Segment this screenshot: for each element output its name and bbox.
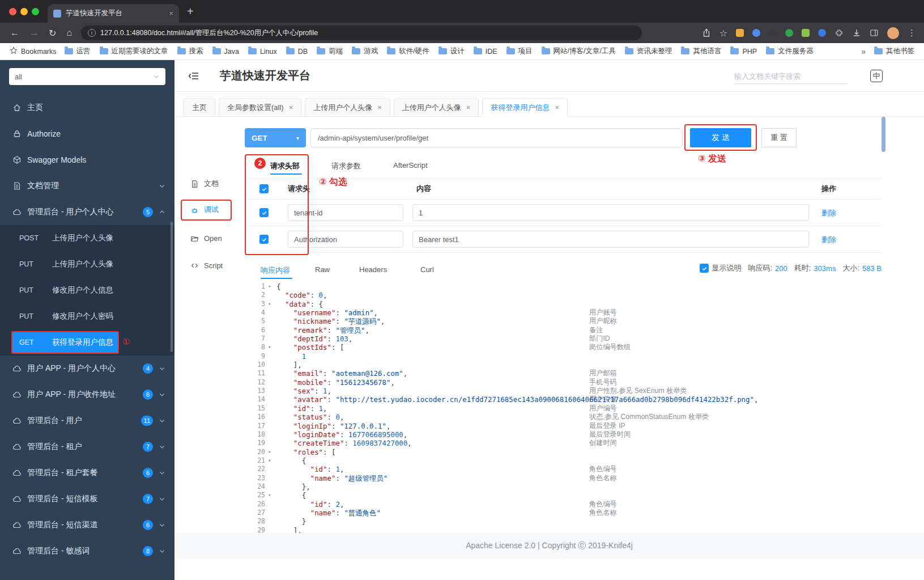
sidebar-scrollbar[interactable] <box>171 222 173 352</box>
fold-icon[interactable]: ▾ <box>268 491 271 499</box>
send-button[interactable]: 发 送 <box>690 128 751 147</box>
bookmark-folder[interactable]: Java <box>208 46 243 57</box>
bookmark-folder[interactable]: IDE <box>470 46 501 57</box>
doc-tab[interactable]: 获得登录用户信息× <box>482 98 568 117</box>
bookmark-folder[interactable]: 软件/硬件 <box>383 45 433 58</box>
sidebar-item[interactable]: Authorize <box>0 121 174 147</box>
doc-tab[interactable]: 主页 <box>184 98 215 117</box>
rail-tab-文档[interactable]: 文档 <box>190 177 219 190</box>
page-scrollbar-thumb[interactable] <box>882 117 885 152</box>
extension-icon[interactable] <box>802 29 810 37</box>
bookmark-folder[interactable]: 其他语言 <box>677 45 725 58</box>
extensions-puzzle-icon[interactable] <box>834 28 844 37</box>
other-bookmarks-folder[interactable]: 其他书签 <box>870 45 918 58</box>
http-method-select[interactable]: GET ▾ <box>245 128 306 147</box>
doc-tab[interactable]: 全局参数设置(all)× <box>219 98 301 117</box>
bookmarks-manager-item[interactable]: Bookmarks <box>6 45 61 58</box>
close-tab-icon[interactable]: × <box>466 103 471 112</box>
header-value-input[interactable] <box>412 204 809 221</box>
bookmark-folder[interactable]: Linux <box>244 46 281 57</box>
sidebar-item[interactable]: 主页 <box>0 95 174 121</box>
endpoint-item-put[interactable]: PUT修改用户个人密码 <box>0 303 174 329</box>
close-tab-icon[interactable]: × <box>377 103 382 112</box>
sidebar-group[interactable]: 管理后台 - 短信模板7 <box>0 486 174 512</box>
extension-icon[interactable] <box>785 29 793 37</box>
forward-icon[interactable]: → <box>29 28 39 38</box>
bookmark-folder[interactable]: 近期需要读的文章 <box>96 45 172 58</box>
extension-icon[interactable] <box>736 29 744 37</box>
language-toggle[interactable]: 中 <box>870 70 883 82</box>
sidebar-group[interactable]: 用户 APP - 用户个人中心4 <box>0 355 174 382</box>
header-value-input[interactable] <box>412 231 809 248</box>
site-info-icon[interactable]: i <box>88 29 96 37</box>
bookmark-folder[interactable]: 搜索 <box>173 45 207 58</box>
endpoint-item-get[interactable]: ①GET获得登录用户信息 <box>0 329 174 355</box>
minimize-window-button[interactable] <box>20 8 28 15</box>
close-tab-icon[interactable]: × <box>289 103 293 112</box>
sidebar-group[interactable]: 管理后台 - 租户7 <box>0 434 174 460</box>
bookmarks-overflow-chevron[interactable]: » <box>857 47 870 56</box>
tab-afterscript[interactable]: AfterScript <box>393 161 428 170</box>
sidebar-group[interactable]: 管理后台 - 租户套餐6 <box>0 460 174 486</box>
rail-tab-Open[interactable]: Open <box>190 231 222 245</box>
bookmark-folder[interactable]: 前端 <box>313 45 347 58</box>
reset-button[interactable]: 重 置 <box>761 128 797 147</box>
doc-tab[interactable]: 上传用户个人头像× <box>305 98 390 117</box>
bookmark-folder[interactable]: DB <box>282 46 312 57</box>
bookmark-star-icon[interactable]: ☆ <box>719 28 727 39</box>
sidebar-group[interactable]: 管理后台 - 用户11 <box>0 408 174 434</box>
extension-icon[interactable] <box>818 29 826 37</box>
bookmark-folder[interactable]: 网站/博客/文章/工具 <box>538 45 620 58</box>
show-description-checkbox[interactable] <box>700 264 709 273</box>
fold-icon[interactable]: ▾ <box>268 343 271 352</box>
fold-icon[interactable]: ▾ <box>268 456 271 465</box>
bookmark-folder[interactable]: 设计 <box>435 45 469 58</box>
maximize-window-button[interactable] <box>32 8 39 15</box>
bookmark-folder[interactable]: 运营 <box>61 45 95 58</box>
group-filter-select[interactable]: all <box>9 68 165 85</box>
sidebar-group[interactable]: 管理后台 - 短信渠道6 <box>0 512 174 538</box>
fold-icon[interactable]: ▾ <box>268 282 271 291</box>
home-icon[interactable]: ⌂ <box>66 28 72 38</box>
fold-icon[interactable]: ▾ <box>268 300 271 308</box>
profile-avatar[interactable] <box>887 27 899 39</box>
doc-tab[interactable]: 上传用户个人头像× <box>394 98 479 117</box>
reload-icon[interactable]: ↻ <box>49 28 56 39</box>
close-window-button[interactable] <box>9 8 16 15</box>
rail-tab-调试[interactable]: 调试 <box>190 203 219 217</box>
collapse-sidebar-icon[interactable] <box>188 70 199 84</box>
response-code-editor[interactable]: 1▾{2 "code": 0,3▾ "data": {4 "username":… <box>245 280 882 533</box>
close-tab-icon[interactable]: × <box>555 103 559 112</box>
tab-headers[interactable]: Headers <box>359 265 387 274</box>
close-tab-icon[interactable]: × <box>169 9 173 18</box>
doc-search-input[interactable] <box>734 69 848 84</box>
bookmark-folder[interactable]: 项目 <box>503 45 536 58</box>
rail-tab-Script[interactable]: Script <box>190 259 223 272</box>
side-panel-icon[interactable] <box>870 28 879 37</box>
download-icon[interactable] <box>852 28 861 37</box>
fold-icon[interactable]: ▾ <box>268 448 271 456</box>
bookmark-folder[interactable]: 文件服务器 <box>762 45 817 58</box>
endpoint-item-put[interactable]: PUT上传用户个人头像 <box>0 251 174 277</box>
bookmark-folder[interactable]: 资讯未整理 <box>621 45 676 58</box>
tab-request-params[interactable]: 请求参数 <box>331 161 361 171</box>
sidebar-item[interactable]: Swagger Models <box>0 147 174 173</box>
menu-dots-icon[interactable]: ⋮ <box>908 28 916 38</box>
endpoint-item-post[interactable]: POST上传用户个人头像 <box>0 225 174 251</box>
delete-row-link[interactable]: 删除 <box>821 235 836 244</box>
tab-raw[interactable]: Raw <box>315 265 330 274</box>
back-icon[interactable]: ← <box>10 28 19 38</box>
sidebar-group[interactable]: 管理后台 - 敏感词8 <box>0 538 174 564</box>
bookmark-folder[interactable]: 游戏 <box>348 45 382 58</box>
extension-icon[interactable] <box>752 29 760 37</box>
share-icon[interactable] <box>702 28 711 37</box>
tab-curl[interactable]: Curl <box>420 265 434 274</box>
request-url-input[interactable]: /admin-api/system/user/profile/get <box>310 128 683 147</box>
browser-tab[interactable]: 芋道快速开发平台 × <box>48 4 179 23</box>
address-bar[interactable]: i 127.0.0.1:48080/doc.html#/all/管理后台%20-… <box>81 26 642 40</box>
bookmark-folder[interactable]: PHP <box>726 46 761 57</box>
sidebar-group[interactable]: 用户 APP - 用户收件地址6 <box>0 382 174 408</box>
sidebar-item[interactable]: 文档管理 <box>0 173 174 199</box>
new-tab-button[interactable]: + <box>187 5 194 18</box>
tab-response-body[interactable]: 响应内容 <box>261 265 290 276</box>
